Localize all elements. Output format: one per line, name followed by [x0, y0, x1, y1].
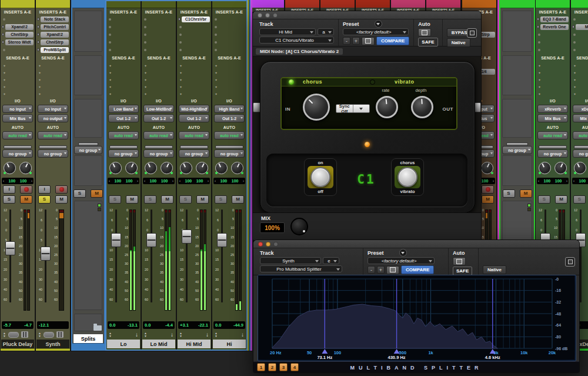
insert-slot[interactable]: Note Stack [36, 16, 70, 24]
insert-xpand-2[interactable]: Xpand!2 [5, 24, 34, 30]
group-selector[interactable]: no group [38, 149, 68, 158]
track-name[interactable]: Hi MId [178, 340, 211, 348]
nudge-arrows-icon[interactable]: ▲▼ [109, 332, 112, 338]
group-selector[interactable]: no group [573, 149, 588, 158]
automation-lanes-icon[interactable] [21, 331, 28, 338]
band-button-1[interactable]: 1 [257, 363, 265, 371]
send-slot[interactable]: ✦ [212, 76, 246, 83]
record-enable-button[interactable] [20, 185, 32, 194]
input-selector[interactable]: no input [2, 105, 33, 113]
pan-knob-left[interactable] [215, 162, 228, 174]
automation-icon[interactable] [418, 28, 431, 36]
input-selector[interactable]: High Band [214, 105, 245, 113]
insert-slot[interactable] [536, 31, 570, 39]
group-pill-icon[interactable] [8, 332, 19, 338]
zoom-icon[interactable] [273, 242, 278, 247]
send-slot[interactable]: ✦ [106, 62, 141, 69]
output-selector[interactable]: Mix Bus [2, 114, 33, 122]
insert-note-stack[interactable]: Note Stack [41, 16, 69, 22]
insert-c1chrsvbr[interactable]: C1ChrsVbr [182, 16, 210, 22]
input-selector[interactable]: xReverb [537, 105, 568, 113]
send-slot[interactable]: ✦ [536, 76, 570, 83]
nudge-arrows-icon[interactable]: ▲▼ [179, 332, 182, 338]
group-selector[interactable]: no group [143, 149, 174, 158]
output-selector[interactable]: Out 1-2 [143, 114, 174, 122]
output-window-icon[interactable]: ↓ [206, 331, 209, 338]
output-selector[interactable]: Out 1-2 [179, 114, 209, 122]
automation-lanes-icon[interactable] [56, 331, 64, 338]
send-slot[interactable]: ✦ [142, 69, 176, 76]
solo-button[interactable]: S [38, 195, 51, 204]
group-selector[interactable]: no group [108, 149, 139, 158]
mute-button[interactable]: M [126, 195, 138, 204]
send-slot[interactable]: ✦ [106, 83, 141, 90]
compare-button[interactable]: COMPARE [376, 36, 409, 45]
target-window-icon[interactable] [467, 28, 477, 38]
band-button-3[interactable]: 3 [279, 363, 288, 371]
vibrato-rate-knob[interactable] [376, 96, 398, 118]
insert-slot[interactable] [106, 39, 141, 46]
send-slot[interactable]: ✦ [106, 90, 141, 97]
volume-fader[interactable] [182, 229, 192, 244]
on-off-footswitch[interactable]: on off [304, 158, 337, 196]
insert-slot[interactable] [1, 46, 35, 54]
pan-knob-right[interactable] [161, 162, 173, 174]
vibrato-depth-knob[interactable] [411, 96, 433, 118]
send-slot[interactable]: ✦ [177, 62, 211, 69]
band-button-4[interactable]: 4 [290, 363, 299, 371]
automation-mode-selector[interactable]: auto read [143, 131, 174, 139]
mute-button[interactable]: M [20, 195, 32, 204]
output-selector[interactable]: Out 1-2 [214, 114, 245, 122]
send-slot[interactable]: ✦ [36, 83, 70, 90]
insert-slot[interactable] [142, 16, 176, 24]
send-slot[interactable]: ✦ [142, 90, 176, 97]
c1-insert-position-selector[interactable]: a [318, 28, 334, 35]
send-slot[interactable]: ✦ [1, 90, 35, 97]
send-slot[interactable]: ✦ [212, 62, 246, 69]
nudge-arrows-icon[interactable]: ▲▼ [3, 332, 6, 338]
insert-slot[interactable] [142, 46, 176, 54]
send-slot[interactable]: ✦ [1, 83, 35, 90]
c1-plugin-selector[interactable]: C1 Chorus/Vibrato [259, 36, 334, 44]
insert-slot[interactable]: C1ChrsVbr [177, 16, 211, 24]
mute-button[interactable]: M [520, 189, 532, 198]
folder-icon[interactable] [93, 325, 102, 331]
group-selector[interactable]: no group [179, 149, 209, 158]
insert-slot[interactable] [212, 46, 246, 54]
volume-fader[interactable] [111, 233, 121, 247]
input-selector[interactable]: Low-MidBnd [143, 105, 174, 113]
solo-button[interactable]: S [538, 195, 550, 204]
insert-slot[interactable] [536, 46, 570, 54]
insert-slot[interactable] [106, 31, 141, 39]
send-slot[interactable]: ✦ [177, 76, 211, 83]
pan-knob-right[interactable] [231, 162, 243, 174]
insert-slot[interactable] [177, 46, 211, 54]
pan-knob-left[interactable] [4, 162, 16, 174]
solo-button[interactable]: S [3, 195, 15, 204]
output-selector[interactable]: no output [38, 114, 68, 122]
input-selector[interactable]: Low Band [108, 105, 139, 113]
group-selector[interactable]: no group [74, 146, 102, 154]
automation-mode-selector[interactable]: auto read [573, 131, 588, 139]
send-slot[interactable]: ✦ [177, 90, 211, 97]
record-enable-button[interactable] [55, 185, 68, 194]
insert-slot[interactable] [212, 16, 246, 24]
automation-mode-selector[interactable]: auto read [2, 131, 33, 139]
volume-fader[interactable] [146, 233, 156, 247]
pan-knob-left[interactable] [145, 162, 157, 174]
insert-slot[interactable] [177, 24, 211, 31]
insert-slot[interactable] [177, 31, 211, 39]
group-selector[interactable]: no group [502, 146, 532, 154]
previous-preset-button[interactable]: - [343, 37, 350, 45]
insert-slot[interactable] [106, 16, 141, 24]
mute-button[interactable]: M [555, 195, 567, 204]
preset-menu-icon[interactable] [375, 20, 382, 28]
minimize-icon[interactable] [266, 242, 270, 247]
insert-slot[interactable]: Reverb One [536, 24, 570, 31]
zoom-icon[interactable] [273, 13, 278, 18]
insert-slot[interactable] [212, 24, 246, 31]
insert-slot[interactable] [212, 31, 246, 39]
insert-slot[interactable]: Modl [571, 24, 588, 31]
output-selector[interactable]: Out 1-2 [108, 114, 139, 122]
solo-button[interactable]: S [109, 195, 121, 204]
